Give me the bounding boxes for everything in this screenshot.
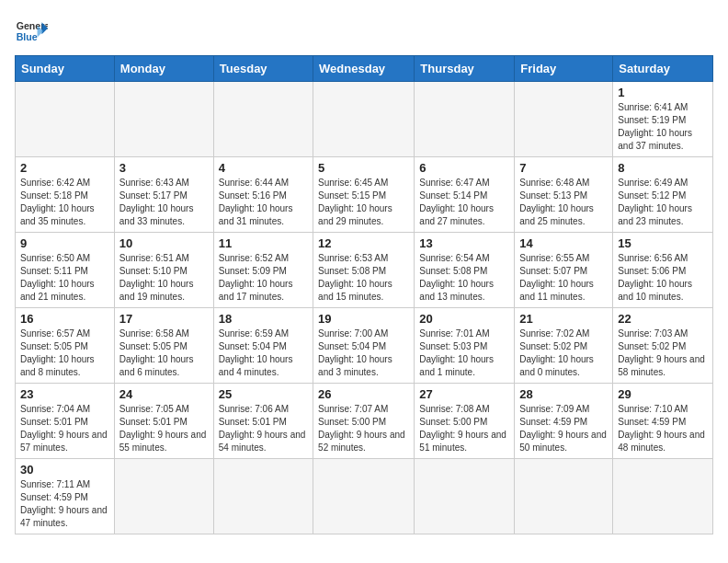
day-info: Sunrise: 7:11 AM Sunset: 4:59 PM Dayligh… xyxy=(20,478,109,530)
calendar-cell: 23Sunrise: 7:04 AM Sunset: 5:01 PM Dayli… xyxy=(16,384,115,459)
calendar-cell xyxy=(415,459,515,534)
calendar-week-row: 2Sunrise: 6:42 AM Sunset: 5:18 PM Daylig… xyxy=(16,157,713,233)
day-number: 5 xyxy=(318,161,409,175)
col-header-wednesday: Wednesday xyxy=(313,56,415,82)
day-info: Sunrise: 6:53 AM Sunset: 5:08 PM Dayligh… xyxy=(318,252,409,304)
calendar-cell: 3Sunrise: 6:43 AM Sunset: 5:17 PM Daylig… xyxy=(114,157,213,233)
day-number: 19 xyxy=(318,312,409,326)
calendar-cell: 21Sunrise: 7:02 AM Sunset: 5:02 PM Dayli… xyxy=(515,308,613,384)
calendar-cell xyxy=(515,459,613,534)
calendar-cell: 1Sunrise: 6:41 AM Sunset: 5:19 PM Daylig… xyxy=(613,82,713,157)
col-header-thursday: Thursday xyxy=(415,56,515,82)
calendar-cell: 14Sunrise: 6:55 AM Sunset: 5:07 PM Dayli… xyxy=(515,233,613,308)
day-number: 7 xyxy=(519,161,608,175)
calendar-cell: 4Sunrise: 6:44 AM Sunset: 5:16 PM Daylig… xyxy=(213,157,313,233)
day-info: Sunrise: 6:50 AM Sunset: 5:11 PM Dayligh… xyxy=(20,252,109,304)
logo: General Blue xyxy=(15,15,48,48)
day-info: Sunrise: 6:44 AM Sunset: 5:16 PM Dayligh… xyxy=(219,177,308,228)
day-info: Sunrise: 7:09 AM Sunset: 4:59 PM Dayligh… xyxy=(519,403,608,454)
calendar-cell: 20Sunrise: 7:01 AM Sunset: 5:03 PM Dayli… xyxy=(415,308,515,384)
day-info: Sunrise: 7:04 AM Sunset: 5:01 PM Dayligh… xyxy=(20,403,109,454)
calendar-cell xyxy=(313,82,415,157)
calendar-cell xyxy=(415,82,515,157)
day-number: 4 xyxy=(219,161,308,175)
day-number: 22 xyxy=(618,312,708,326)
day-number: 10 xyxy=(119,236,209,250)
col-header-tuesday: Tuesday xyxy=(213,56,313,82)
calendar-cell: 27Sunrise: 7:08 AM Sunset: 5:00 PM Dayli… xyxy=(415,384,515,459)
col-header-sunday: Sunday xyxy=(16,56,115,82)
day-info: Sunrise: 6:57 AM Sunset: 5:05 PM Dayligh… xyxy=(20,327,109,379)
calendar-cell: 18Sunrise: 6:59 AM Sunset: 5:04 PM Dayli… xyxy=(213,308,313,384)
day-number: 2 xyxy=(20,161,109,175)
day-number: 16 xyxy=(20,312,109,326)
day-info: Sunrise: 6:42 AM Sunset: 5:18 PM Dayligh… xyxy=(20,177,109,228)
day-info: Sunrise: 6:54 AM Sunset: 5:08 PM Dayligh… xyxy=(419,252,509,304)
calendar-cell: 12Sunrise: 6:53 AM Sunset: 5:08 PM Dayli… xyxy=(313,233,415,308)
calendar-cell: 17Sunrise: 6:58 AM Sunset: 5:05 PM Dayli… xyxy=(114,308,213,384)
col-header-saturday: Saturday xyxy=(613,56,713,82)
day-info: Sunrise: 6:41 AM Sunset: 5:19 PM Dayligh… xyxy=(618,101,708,153)
calendar-week-row: 23Sunrise: 7:04 AM Sunset: 5:01 PM Dayli… xyxy=(16,384,713,459)
day-info: Sunrise: 6:59 AM Sunset: 5:04 PM Dayligh… xyxy=(219,327,308,379)
day-info: Sunrise: 6:51 AM Sunset: 5:10 PM Dayligh… xyxy=(119,252,209,304)
day-number: 23 xyxy=(20,387,109,401)
calendar-cell xyxy=(16,82,115,157)
page-header: General Blue xyxy=(15,15,713,48)
logo-icon: General Blue xyxy=(15,15,48,48)
day-number: 17 xyxy=(119,312,209,326)
day-info: Sunrise: 7:07 AM Sunset: 5:00 PM Dayligh… xyxy=(318,403,409,454)
day-number: 14 xyxy=(519,236,608,250)
calendar-header-row: SundayMondayTuesdayWednesdayThursdayFrid… xyxy=(16,56,713,82)
calendar-week-row: 16Sunrise: 6:57 AM Sunset: 5:05 PM Dayli… xyxy=(16,308,713,384)
day-info: Sunrise: 7:08 AM Sunset: 5:00 PM Dayligh… xyxy=(419,403,509,454)
day-number: 18 xyxy=(219,312,308,326)
day-number: 30 xyxy=(20,463,109,477)
day-info: Sunrise: 7:05 AM Sunset: 5:01 PM Dayligh… xyxy=(119,403,209,454)
day-info: Sunrise: 6:43 AM Sunset: 5:17 PM Dayligh… xyxy=(119,177,209,228)
day-number: 13 xyxy=(419,236,509,250)
calendar-cell xyxy=(114,82,213,157)
day-info: Sunrise: 6:45 AM Sunset: 5:15 PM Dayligh… xyxy=(318,177,409,228)
calendar-cell: 26Sunrise: 7:07 AM Sunset: 5:00 PM Dayli… xyxy=(313,384,415,459)
calendar-cell: 6Sunrise: 6:47 AM Sunset: 5:14 PM Daylig… xyxy=(415,157,515,233)
calendar-cell: 7Sunrise: 6:48 AM Sunset: 5:13 PM Daylig… xyxy=(515,157,613,233)
calendar-cell: 8Sunrise: 6:49 AM Sunset: 5:12 PM Daylig… xyxy=(613,157,713,233)
day-number: 15 xyxy=(618,236,708,250)
day-info: Sunrise: 6:52 AM Sunset: 5:09 PM Dayligh… xyxy=(219,252,308,304)
calendar-cell: 22Sunrise: 7:03 AM Sunset: 5:02 PM Dayli… xyxy=(613,308,713,384)
calendar-week-row: 9Sunrise: 6:50 AM Sunset: 5:11 PM Daylig… xyxy=(16,233,713,308)
day-number: 8 xyxy=(618,161,708,175)
svg-text:Blue: Blue xyxy=(17,31,38,42)
day-number: 11 xyxy=(219,236,308,250)
day-number: 27 xyxy=(419,387,509,401)
day-info: Sunrise: 6:48 AM Sunset: 5:13 PM Dayligh… xyxy=(519,177,608,228)
day-number: 28 xyxy=(519,387,608,401)
day-number: 6 xyxy=(419,161,509,175)
day-number: 9 xyxy=(20,236,109,250)
calendar-cell: 25Sunrise: 7:06 AM Sunset: 5:01 PM Dayli… xyxy=(213,384,313,459)
day-info: Sunrise: 6:56 AM Sunset: 5:06 PM Dayligh… xyxy=(618,252,708,304)
day-info: Sunrise: 7:02 AM Sunset: 5:02 PM Dayligh… xyxy=(519,327,608,379)
day-number: 25 xyxy=(219,387,308,401)
calendar-week-row: 30Sunrise: 7:11 AM Sunset: 4:59 PM Dayli… xyxy=(16,459,713,534)
calendar-cell: 30Sunrise: 7:11 AM Sunset: 4:59 PM Dayli… xyxy=(16,459,115,534)
day-number: 26 xyxy=(318,387,409,401)
calendar-cell: 13Sunrise: 6:54 AM Sunset: 5:08 PM Dayli… xyxy=(415,233,515,308)
calendar-cell xyxy=(515,82,613,157)
day-number: 24 xyxy=(119,387,209,401)
day-number: 12 xyxy=(318,236,409,250)
calendar-week-row: 1Sunrise: 6:41 AM Sunset: 5:19 PM Daylig… xyxy=(16,82,713,157)
col-header-monday: Monday xyxy=(114,56,213,82)
calendar-cell: 24Sunrise: 7:05 AM Sunset: 5:01 PM Dayli… xyxy=(114,384,213,459)
calendar-cell: 29Sunrise: 7:10 AM Sunset: 4:59 PM Dayli… xyxy=(613,384,713,459)
calendar-cell: 5Sunrise: 6:45 AM Sunset: 5:15 PM Daylig… xyxy=(313,157,415,233)
day-info: Sunrise: 7:06 AM Sunset: 5:01 PM Dayligh… xyxy=(219,403,308,454)
day-info: Sunrise: 6:58 AM Sunset: 5:05 PM Dayligh… xyxy=(119,327,209,379)
day-info: Sunrise: 7:00 AM Sunset: 5:04 PM Dayligh… xyxy=(318,327,409,379)
calendar-cell: 16Sunrise: 6:57 AM Sunset: 5:05 PM Dayli… xyxy=(16,308,115,384)
day-info: Sunrise: 7:03 AM Sunset: 5:02 PM Dayligh… xyxy=(618,327,708,379)
day-number: 20 xyxy=(419,312,509,326)
day-number: 3 xyxy=(119,161,209,175)
calendar-cell: 15Sunrise: 6:56 AM Sunset: 5:06 PM Dayli… xyxy=(613,233,713,308)
